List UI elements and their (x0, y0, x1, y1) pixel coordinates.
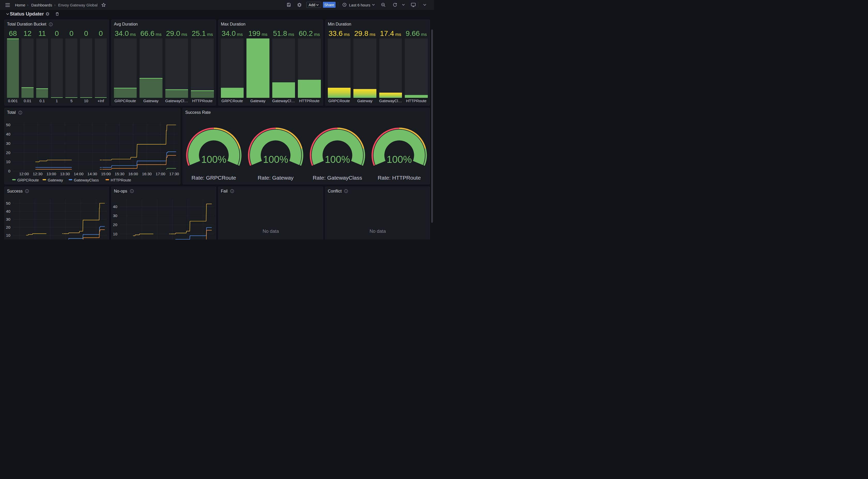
svg-text:Rate: GatewayClass: Rate: GatewayClass (313, 175, 362, 181)
svg-text:17:30: 17:30 (169, 172, 179, 176)
svg-text:GRPCRoute: GRPCRoute (17, 178, 39, 182)
svg-text:100%: 100% (386, 154, 411, 165)
svg-text:10: 10 (6, 160, 10, 164)
svg-text:100%: 100% (263, 154, 288, 165)
svg-text:10: 10 (113, 232, 117, 236)
svg-text:16:00: 16:00 (128, 172, 138, 176)
svg-text:20: 20 (113, 223, 117, 227)
svg-text:14:00: 14:00 (74, 172, 84, 176)
svg-text:40: 40 (113, 204, 117, 208)
svg-text:100%: 100% (201, 154, 226, 165)
svg-text:Rate: GRPCRoute: Rate: GRPCRoute (191, 175, 236, 181)
svg-text:12:00: 12:00 (19, 172, 29, 176)
svg-text:Rate: HTTPRoute: Rate: HTTPRoute (377, 175, 421, 181)
svg-text:30: 30 (113, 213, 117, 218)
svg-text:17:00: 17:00 (156, 172, 165, 176)
svg-text:13:30: 13:30 (60, 172, 70, 176)
svg-text:20: 20 (6, 150, 10, 155)
svg-text:15:00: 15:00 (101, 172, 111, 176)
svg-text:30: 30 (6, 217, 10, 221)
svg-text:Gateway: Gateway (48, 178, 63, 182)
svg-text:50: 50 (6, 201, 10, 205)
svg-text:GatewayClass: GatewayClass (74, 178, 99, 182)
svg-text:HTTPRoute: HTTPRoute (111, 178, 131, 182)
svg-text:15:30: 15:30 (115, 172, 125, 176)
svg-text:16:30: 16:30 (142, 172, 152, 176)
svg-text:12:30: 12:30 (33, 172, 43, 176)
svg-text:0: 0 (8, 169, 10, 173)
svg-text:14:30: 14:30 (87, 172, 97, 176)
svg-text:13:00: 13:00 (46, 172, 56, 176)
svg-text:40: 40 (6, 132, 10, 136)
svg-text:10: 10 (6, 233, 10, 237)
svg-text:20: 20 (6, 225, 10, 229)
svg-text:Rate: Gateway: Rate: Gateway (257, 175, 293, 181)
svg-text:30: 30 (6, 141, 10, 145)
svg-text:40: 40 (6, 209, 10, 213)
svg-text:100%: 100% (325, 154, 350, 165)
svg-text:50: 50 (6, 123, 10, 127)
